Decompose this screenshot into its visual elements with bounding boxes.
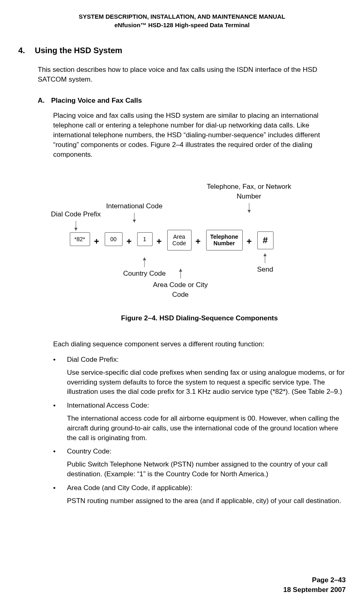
- figure: Dial Code Prefix International Code Tele…: [53, 175, 346, 323]
- box-hash: #: [257, 231, 274, 249]
- bullet-body: Public Switch Telephone Network (PSTN) n…: [67, 460, 346, 479]
- footer-page: Page 2–43: [283, 575, 346, 585]
- plus-4: +: [196, 235, 201, 248]
- bullet-body: The international access code for all ai…: [67, 414, 346, 443]
- section-title: Using the HSD System: [35, 45, 123, 56]
- bullet-body: Use service-specific dial code prefixes …: [67, 368, 346, 397]
- bullet-title: International Access Code:: [67, 401, 346, 410]
- list-item: Country Code: Public Switch Telephone Ne…: [53, 447, 346, 479]
- subsection-body: Placing voice and fax calls using the HS…: [53, 111, 346, 159]
- bullet-title: Area Code (and City Code, if applicable)…: [67, 483, 346, 493]
- subsection-letter: A.: [38, 96, 45, 106]
- box-telephone: Telephone Number: [206, 230, 243, 250]
- label-send: Send: [257, 265, 274, 274]
- figure-caption: Figure 2–4. HSD Dialing-Sequence Compone…: [53, 313, 346, 323]
- subsection-title: Placing Voice and Fax Calls: [51, 96, 142, 106]
- box-prefix: *82*: [70, 232, 90, 246]
- section-heading: 4. Using the HSD System: [18, 45, 346, 56]
- box-area: Area Code: [167, 230, 192, 250]
- label-dial-code-prefix: Dial Code Prefix: [51, 210, 101, 219]
- footer-date: 18 September 2007: [283, 585, 346, 595]
- label-international-code: International Code: [106, 201, 163, 211]
- bullet-title: Country Code:: [67, 447, 346, 456]
- label-country-code: Country Code: [123, 269, 166, 279]
- plus-2: +: [127, 235, 132, 248]
- subsection-heading: A. Placing Voice and Fax Calls: [38, 96, 346, 106]
- bullet-list: Dial Code Prefix: Use service-specific d…: [53, 355, 346, 505]
- bullets-intro: Each dialing sequence component serves a…: [53, 339, 346, 349]
- label-telephone-fax-network: Telephone, Fax, or Network Number: [205, 182, 294, 201]
- doc-header: SYSTEM DESCRIPTION, INSTALLATION, AND MA…: [18, 12, 346, 29]
- plus-5: +: [247, 235, 252, 248]
- bullet-body: PSTN routing number assigned to the area…: [67, 496, 346, 506]
- page-footer: Page 2–43 18 September 2007: [283, 575, 346, 595]
- doc-header-line1: SYSTEM DESCRIPTION, INSTALLATION, AND MA…: [18, 12, 346, 21]
- box-intl: 00: [105, 232, 123, 246]
- list-item: Area Code (and City Code, if applicable)…: [53, 483, 346, 506]
- list-item: Dial Code Prefix: Use service-specific d…: [53, 355, 346, 397]
- plus-3: +: [157, 235, 162, 248]
- list-item: International Access Code: The internati…: [53, 401, 346, 443]
- section-number: 4.: [18, 45, 25, 56]
- doc-header-line2: eNfusion™ HSD-128 High-speed Data Termin…: [18, 21, 346, 29]
- label-area-code-city: Area Code or City Code: [146, 280, 215, 300]
- bullet-title: Dial Code Prefix:: [67, 355, 346, 365]
- section-intro: This section describes how to place voic…: [38, 65, 346, 84]
- plus-1: +: [94, 235, 99, 248]
- box-country: 1: [137, 232, 153, 246]
- dialing-sequence-diagram: Dial Code Prefix International Code Tele…: [54, 175, 346, 305]
